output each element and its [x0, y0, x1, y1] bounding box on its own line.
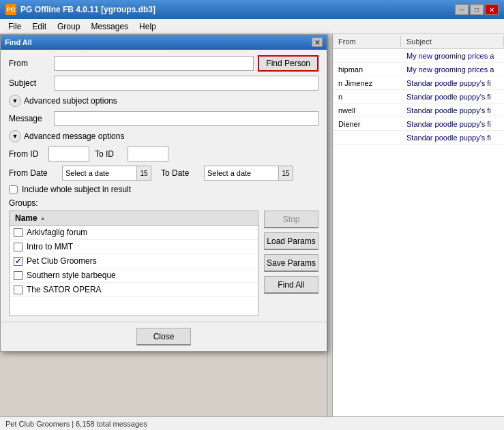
message-input[interactable] [54, 111, 318, 126]
advanced-subject-arrow: ▼ [9, 95, 21, 107]
cell-from: nwell [333, 106, 401, 115]
table-row: n Standar poodle puppy's fi [333, 90, 504, 104]
dialog-title: Find All [5, 38, 32, 46]
from-row: From Find Person [9, 55, 318, 72]
to-id-label: To ID [95, 149, 122, 159]
minimize-button[interactable]: ─ [455, 4, 469, 15]
right-panel: From Subject My new grooming prices a hi… [333, 34, 504, 416]
groups-table: Name ▲ Arkivfaglig forum Intro to MMT ✓ [9, 211, 258, 316]
from-id-input[interactable] [48, 147, 89, 162]
right-rows: My new grooming prices a hipman My new g… [333, 49, 504, 144]
dialog-bottom: Close [1, 322, 327, 351]
menu-bar: File Edit Group Messages Help [0, 19, 504, 34]
find-person-button[interactable]: Find Person [258, 55, 318, 72]
group-name-3: Southern style barbeque [27, 271, 116, 280]
id-row: From ID To ID [9, 147, 318, 162]
cell-from: n [333, 92, 401, 102]
from-label: From [9, 59, 50, 68]
cell-subject: Standar poodle puppy's fi [401, 133, 504, 142]
group-row-4[interactable]: The SATOR OPERA [10, 283, 258, 297]
status-text: Pet Club Groomers | 6,158 total messages [5, 420, 147, 428]
group-checkbox-4[interactable] [14, 286, 23, 294]
group-row-3[interactable]: Southern style barbeque [10, 268, 258, 283]
table-row: n Jimenez Standar poodle puppy's fi [333, 76, 504, 90]
from-date-calendar-button[interactable]: 15 [136, 166, 151, 181]
group-checkbox-0[interactable] [14, 228, 23, 237]
date-row: From Date 15 To Date 15 [9, 166, 318, 181]
window-title: PG Offline FB 4.0.11 [ygroups.db3] [20, 5, 155, 14]
cell-from: Diener [333, 119, 401, 129]
menu-file[interactable]: File [3, 20, 27, 33]
cell-subject: Standar poodle puppy's fi [401, 119, 504, 129]
subject-row: Subject [9, 76, 318, 91]
menu-help[interactable]: Help [134, 20, 162, 33]
vertical-splitter[interactable] [327, 34, 333, 416]
from-id-label: From ID [9, 149, 43, 159]
message-row: Message [9, 111, 318, 126]
group-checkbox-2[interactable]: ✓ [14, 257, 23, 266]
to-id-input[interactable] [128, 147, 168, 162]
advanced-message-row[interactable]: ▼ Advanced message options [9, 130, 318, 142]
from-input[interactable] [54, 56, 254, 71]
find-all-button[interactable]: Find All [264, 276, 318, 294]
groups-table-header: Name ▲ [10, 211, 258, 226]
load-params-button[interactable]: Load Params [264, 232, 318, 250]
group-row-1[interactable]: Intro to MMT [10, 240, 258, 254]
menu-group[interactable]: Group [52, 20, 85, 33]
message-label: Message [9, 114, 50, 123]
advanced-subject-row[interactable]: ▼ Advanced subject options [9, 95, 318, 107]
action-buttons: Stop Load Params Save Params Find All [264, 211, 318, 316]
app-icon: PG [5, 4, 16, 15]
to-date-calendar-button[interactable]: 15 [278, 166, 293, 181]
maximize-button[interactable]: □ [470, 4, 484, 15]
group-row-0[interactable]: Arkivfaglig forum [10, 226, 258, 240]
group-name-2: Pet Club Groomers [27, 256, 97, 266]
table-row: Standar poodle puppy's fi [333, 131, 504, 144]
group-checkbox-3[interactable] [14, 271, 23, 280]
advanced-subject-label: Advanced subject options [24, 96, 117, 106]
cell-from: n Jimenez [333, 78, 401, 88]
save-params-button[interactable]: Save Params [264, 254, 318, 272]
cell-subject: Standar poodle puppy's fi [401, 106, 504, 115]
window-controls: ─ □ ✕ [455, 4, 499, 15]
groups-section: Name ▲ Arkivfaglig forum Intro to MMT ✓ [9, 211, 318, 316]
col-header-from: From [333, 36, 401, 47]
include-subject-row: Include whole subject in result [9, 185, 318, 194]
subject-label: Subject [9, 78, 50, 88]
groups-col-header: Name [15, 213, 38, 223]
title-bar: PG PG Offline FB 4.0.11 [ygroups.db3] ─ … [0, 0, 504, 19]
right-panel-header: From Subject [333, 34, 504, 49]
cell-subject: My new grooming prices a [401, 51, 504, 61]
table-row: My new grooming prices a [333, 49, 504, 63]
dialog-body: From Find Person Subject ▼ Advanced subj… [1, 50, 327, 322]
subject-input[interactable] [54, 76, 318, 91]
close-window-button[interactable]: ✕ [485, 4, 499, 15]
menu-edit[interactable]: Edit [27, 20, 52, 33]
menu-messages[interactable]: Messages [85, 20, 134, 33]
cell-subject: Standar poodle puppy's fi [401, 92, 504, 102]
close-button[interactable]: Close [136, 328, 191, 345]
table-row: hipman My new grooming prices a [333, 63, 504, 76]
cell-subject: Standar poodle puppy's fi [401, 78, 504, 88]
include-subject-label: Include whole subject in result [22, 185, 131, 194]
table-row: nwell Standar poodle puppy's fi [333, 104, 504, 117]
group-row-2[interactable]: ✓ Pet Club Groomers [10, 254, 258, 268]
to-date-input[interactable] [204, 166, 279, 181]
status-bar: Pet Club Groomers | 6,158 total messages [0, 416, 504, 430]
stop-button[interactable]: Stop [264, 211, 318, 228]
dialog-close-icon[interactable]: ✕ [312, 37, 323, 47]
cell-from: hipman [333, 65, 401, 74]
advanced-message-arrow: ▼ [9, 130, 21, 142]
col-header-subject: Subject [401, 36, 504, 47]
table-row: Diener Standar poodle puppy's fi [333, 117, 504, 131]
to-date-label: To Date [161, 168, 198, 178]
from-date-label: From Date [9, 168, 57, 178]
group-name-1: Intro to MMT [27, 242, 73, 251]
find-dialog: Find All ✕ From Find Person Subject ▼ Ad… [0, 34, 327, 352]
cell-from [333, 137, 401, 138]
from-date-input[interactable] [62, 166, 137, 181]
group-checkbox-1[interactable] [14, 243, 23, 251]
include-subject-checkbox[interactable] [9, 185, 18, 194]
main-area: From Subject My new grooming prices a hi… [0, 34, 504, 430]
sort-arrow-icon: ▲ [40, 215, 46, 221]
